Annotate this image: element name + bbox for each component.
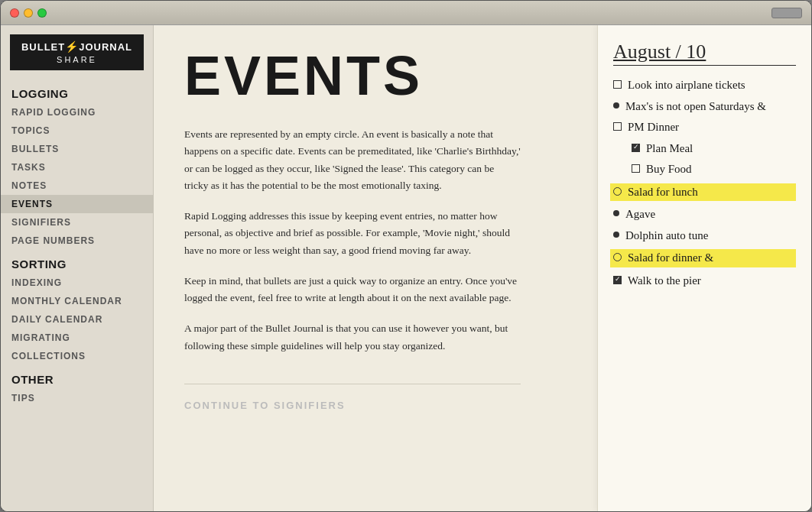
item-text-6: Salad for lunch: [628, 185, 698, 200]
maximize-button[interactable]: [37, 8, 47, 18]
sidebar-item-tips[interactable]: TIPS: [1, 389, 153, 407]
dot-icon-7: [613, 210, 619, 216]
minimize-button[interactable]: [24, 8, 33, 18]
lightning-icon: ⚡: [65, 41, 79, 53]
checkbox-icon-3[interactable]: [613, 122, 622, 131]
journal-item-5: Buy Food: [613, 162, 796, 177]
window-scroll-control: [771, 8, 802, 18]
item-text-8: Dolphin auto tune: [625, 228, 708, 244]
journal-item-6: Salad for lunch: [610, 183, 796, 202]
sidebar-section-logging: LOGGING RAPID LOGGING TOPICS BULLETS TAS…: [1, 79, 153, 250]
journal-item-2: Max's is not open Saturdays &: [613, 99, 796, 115]
item-text-2: Max's is not open Saturdays &: [625, 99, 766, 115]
journal-item-7: Agave: [613, 207, 796, 222]
paragraph-2: Rapid Logging addresses this issue by ke…: [184, 208, 521, 259]
sidebar-item-notes[interactable]: NOTES: [1, 177, 153, 195]
titlebar-right: [771, 8, 802, 18]
checkbox-icon[interactable]: [613, 80, 622, 89]
section-header-sorting: SORTING: [1, 250, 153, 274]
logo[interactable]: BULLET⚡JOURNAL SHARE: [10, 34, 144, 70]
circle-icon-9: [613, 253, 622, 261]
close-button[interactable]: [10, 8, 19, 18]
page-title: EVENTS: [184, 48, 567, 103]
section-header-logging: LOGGING: [1, 79, 153, 103]
sidebar: BULLET⚡JOURNAL SHARE LOGGING RAPID LOGGI…: [1, 25, 154, 511]
item-text-10: Walk to the pier: [628, 274, 701, 289]
sidebar-item-topics[interactable]: TOPICS: [1, 122, 153, 140]
sidebar-item-bullets[interactable]: BULLETS: [1, 140, 153, 158]
journal-item-4: Plan Meal: [613, 141, 796, 157]
journal-item-3: PM Dinner: [613, 120, 796, 135]
logo-text: BULLET⚡JOURNAL: [21, 41, 132, 53]
titlebar: [1, 1, 811, 25]
checked-box-icon-4[interactable]: [632, 144, 640, 152]
circle-icon-6: [613, 187, 622, 196]
continue-link[interactable]: CONTINUE TO SIGNIFIERS: [184, 384, 521, 411]
item-text-3: PM Dinner: [628, 120, 679, 135]
checkbox-icon-5[interactable]: [632, 164, 640, 173]
journal-item-1: Look into airplane tickets: [613, 78, 796, 93]
journal-item-10: Walk to the pier: [613, 274, 796, 289]
sidebar-item-indexing[interactable]: INDEXING: [1, 274, 153, 292]
paragraph-1: Events are represented by an empty circl…: [184, 126, 521, 194]
journal-item-8: Dolphin auto tune: [613, 228, 796, 244]
section-header-other: OTHER: [1, 365, 153, 389]
app-window: BULLET⚡JOURNAL SHARE LOGGING RAPID LOGGI…: [0, 0, 812, 512]
paragraph-3: Keep in mind, that bullets are just a qu…: [184, 273, 521, 307]
item-text-7: Agave: [625, 207, 655, 222]
dot-icon-8: [613, 232, 619, 238]
main-content: EVENTS Events are represented by an empt…: [154, 25, 597, 511]
sidebar-item-monthly-calendar[interactable]: MONTHLY CALENDAR: [1, 292, 153, 310]
paragraph-4: A major part of the Bullet Journal is th…: [184, 320, 521, 355]
sidebar-section-other: OTHER TIPS: [1, 365, 153, 407]
sidebar-item-migrating[interactable]: MIGRATING: [1, 329, 153, 347]
checked-box-icon-10[interactable]: [613, 276, 622, 284]
item-text-1: Look into airplane tickets: [628, 78, 745, 93]
logo-share: SHARE: [57, 55, 97, 64]
sidebar-item-collections[interactable]: COLLECTIONS: [1, 347, 153, 365]
journal-date: August / 10: [613, 41, 796, 66]
sidebar-item-page-numbers[interactable]: PAGE NUMBERS: [1, 232, 153, 250]
window-controls: [10, 8, 47, 18]
item-text-5: Buy Food: [646, 162, 692, 177]
journal-list: Look into airplane tickets Max's is not …: [613, 78, 796, 288]
item-text-4: Plan Meal: [646, 141, 693, 157]
journal-item-9: Salad for dinner &: [610, 249, 796, 267]
journal-panel: August / 10 Look into airplane tickets M…: [597, 25, 811, 511]
sidebar-item-rapid-logging[interactable]: RAPID LOGGING: [1, 103, 153, 122]
sidebar-item-daily-calendar[interactable]: DAILY CALENDAR: [1, 310, 153, 329]
sidebar-item-tasks[interactable]: TASKS: [1, 158, 153, 177]
item-text-9: Salad for dinner &: [628, 251, 713, 266]
sidebar-section-sorting: SORTING INDEXING MONTHLY CALENDAR DAILY …: [1, 250, 153, 365]
content-area: BULLET⚡JOURNAL SHARE LOGGING RAPID LOGGI…: [1, 25, 811, 511]
page-body: Events are represented by an empty circl…: [184, 126, 567, 368]
dot-icon: [613, 102, 619, 109]
sidebar-item-signifiers[interactable]: SIGNIFIERS: [1, 213, 153, 232]
sidebar-item-events[interactable]: EVENTS: [1, 195, 153, 213]
